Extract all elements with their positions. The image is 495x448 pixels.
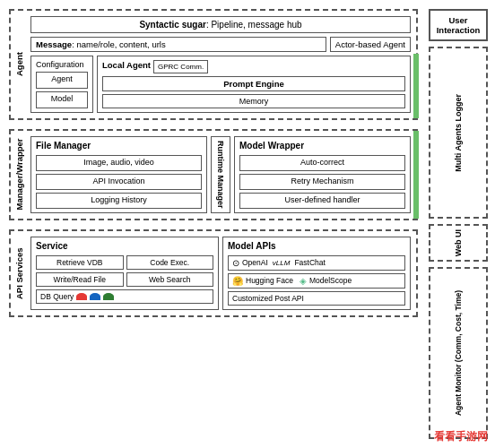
write-read-file: Write/Read File <box>36 272 124 287</box>
main-container: Agent Syntactic sugar: Pipeline, message… <box>0 0 495 448</box>
user-interaction-box: User Interaction <box>429 9 488 41</box>
db-query-row: DB Query <box>36 289 213 304</box>
hf-item: Hugging Face ModelScope <box>228 273 405 289</box>
message-row: Message: name/role, content, urls Actor-… <box>30 37 411 52</box>
config-box: Configuration Agent Model <box>30 56 93 113</box>
image-audio-video: Image, audio, video <box>36 155 202 171</box>
web-search: Web Search <box>126 272 214 287</box>
ms-label: ModelScope <box>309 276 352 285</box>
gprc-box: GPRC Comm. <box>153 60 208 73</box>
file-manager-title: File Manager <box>36 141 202 151</box>
web-ui-label: Web UI <box>454 229 463 256</box>
agent-monitor-label: Agent Monitor (Comm, Cost, Time) <box>454 290 463 416</box>
manager-label: Manager/Wrapper <box>11 131 27 219</box>
service-row3: DB Query <box>36 289 213 304</box>
model-apis-box: Model APIs OpenAI vLLM FastChat Hugging … <box>222 237 411 310</box>
agent-row3: Configuration Agent Model Local Agent GP… <box>30 56 411 113</box>
service-box: Service Retrieve VDB Code Exec. Write/Re… <box>30 237 219 310</box>
actor-based-box: Actor-based Agent <box>330 37 411 52</box>
customized-item: Customized Post API <box>228 291 405 306</box>
fastchat-label: FastChat <box>294 258 326 267</box>
message-text: : name/role, content, urls <box>72 39 166 49</box>
customized-label: Customized Post API <box>232 294 304 303</box>
retry-mechanism: Retry Mechanism <box>239 174 405 190</box>
memory-box: Memory <box>102 94 405 108</box>
logging-history: Logging History <box>36 193 202 209</box>
vllm-label: vLLM <box>273 259 291 267</box>
agent-sub-box: Agent <box>36 72 88 89</box>
retrieve-vdb: Retrieve VDB <box>36 255 124 270</box>
message-bold: Message <box>36 39 72 49</box>
service-title: Service <box>36 241 213 251</box>
code-exec: Code Exec. <box>126 255 214 270</box>
config-label: Configuration <box>36 60 88 69</box>
multi-agents-box: Multi Agents Logger <box>429 47 488 219</box>
runtime-manager-box: Runtime Manager <box>211 136 230 213</box>
multi-agents-label: Multi Agents Logger <box>454 94 463 172</box>
model-wrapper-box: Model Wrapper Auto-correct Retry Mechani… <box>234 136 411 213</box>
model-wrapper-title: Model Wrapper <box>239 141 405 151</box>
green-connector-top <box>413 54 419 118</box>
api-invocation: API Invocation <box>36 174 202 190</box>
openai-icon <box>232 258 239 268</box>
model-apis-title: Model APIs <box>228 241 405 251</box>
api-panel: API Services Service Retrieve VDB Code E… <box>9 229 418 317</box>
user-interaction-label: User Interaction <box>437 15 481 35</box>
local-agent-label: Local Agent <box>102 60 151 73</box>
openai-item: OpenAI vLLM FastChat <box>228 255 405 271</box>
hf-icon <box>232 276 243 286</box>
ms-icon <box>300 276 307 286</box>
web-ui-box: Web UI <box>429 224 488 262</box>
syntactic-sugar-text: : Pipeline, message hub <box>206 20 302 30</box>
service-row1: Retrieve VDB Code Exec. <box>36 255 213 270</box>
file-manager-box: File Manager Image, audio, video API Inv… <box>30 136 207 213</box>
agent-label: Agent <box>11 11 27 118</box>
service-row2: Write/Read File Web Search <box>36 272 213 287</box>
runtime-manager-label: Runtime Manager <box>216 141 225 209</box>
right-section: User Interaction Multi Agents Logger Web… <box>425 0 495 448</box>
agent-monitor-box: Agent Monitor (Comm, Cost, Time) <box>429 267 488 439</box>
hf-label: Hugging Face <box>246 276 293 285</box>
db-query-label: DB Query <box>40 292 74 301</box>
syntactic-sugar-box: Syntactic sugar: Pipeline, message hub <box>30 16 411 33</box>
agent-panel: Agent Syntactic sugar: Pipeline, message… <box>9 9 418 120</box>
db-icon-sqlite <box>90 293 100 300</box>
model-sub-box: Model <box>36 91 88 108</box>
local-agent-header-row: Local Agent GPRC Comm. <box>102 60 405 73</box>
syntactic-sugar-bold: Syntactic sugar <box>139 20 205 30</box>
message-box: Message: name/role, content, urls <box>30 37 326 52</box>
watermark: 看看手游网 <box>434 429 488 444</box>
db-icon-mongo <box>103 293 114 300</box>
openai-label: OpenAI <box>242 258 268 267</box>
api-label: API Services <box>11 231 27 315</box>
local-agent-area: Local Agent GPRC Comm. Prompt Engine Mem… <box>97 56 411 113</box>
prompt-engine-box: Prompt Engine <box>102 76 405 91</box>
user-defined-handler: User-defined handler <box>239 193 405 209</box>
left-section: Agent Syntactic sugar: Pipeline, message… <box>0 0 425 448</box>
green-connector-mid <box>413 131 419 219</box>
db-icon-mysql <box>76 293 87 300</box>
auto-correct: Auto-correct <box>239 155 405 171</box>
manager-panel: Manager/Wrapper File Manager Image, audi… <box>9 129 418 220</box>
